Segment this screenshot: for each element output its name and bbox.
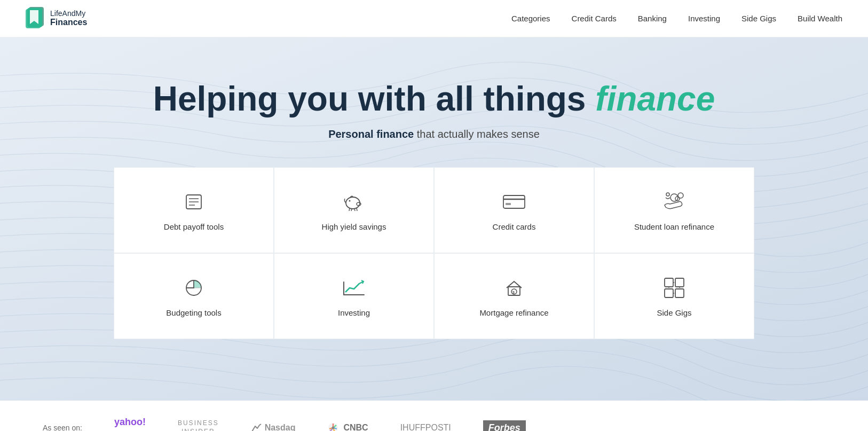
mortgage-icon: $ [501, 275, 527, 301]
nav-investing[interactable]: Investing [688, 14, 720, 23]
side-gigs-card[interactable]: Side Gigs [594, 253, 754, 339]
svg-line-14 [357, 208, 357, 211]
svg-rect-31 [675, 289, 684, 297]
hero-title: Helping you with all things finance [26, 80, 842, 117]
debt-payoff-label: Debt payoff tools [164, 222, 224, 231]
investing-card[interactable]: Investing [274, 253, 434, 339]
as-seen-on-section: As seen on: yahoo!finance BUSINESSINSIDE… [0, 401, 868, 431]
svg-rect-24 [343, 281, 344, 295]
nasdaq-logo: Nasdaq [251, 423, 296, 431]
budgeting-tools-label: Budgeting tools [166, 308, 221, 317]
student-loan-label: Student loan refinance [634, 222, 714, 231]
side-gigs-icon [661, 275, 687, 301]
credit-card-icon [501, 189, 527, 215]
forbes-logo: Forbes [483, 420, 526, 432]
hero-title-highlight: finance [595, 80, 715, 118]
student-loan-card[interactable]: Student loan refinance [594, 167, 754, 253]
side-gigs-label: Side Gigs [657, 308, 691, 317]
credit-cards-label: Credit cards [493, 222, 536, 231]
logo-link[interactable]: LifeAndMy Finances [26, 7, 87, 30]
list-icon [181, 189, 207, 215]
svg-rect-30 [665, 289, 673, 297]
logo-text: LifeAndMy Finances [50, 10, 87, 27]
debt-payoff-card[interactable]: Debt payoff tools [114, 167, 274, 253]
nav-build-wealth[interactable]: Build Wealth [798, 14, 842, 23]
investing-icon [341, 275, 367, 301]
hero-section: Helping you with all things finance Pers… [0, 37, 868, 401]
hero-subtitle: Personal finance that actually makes sen… [26, 128, 842, 140]
mortgage-refinance-label: Mortgage refinance [479, 308, 548, 317]
piggy-icon [341, 189, 367, 215]
hero-title-part1: Helping you with all things [153, 80, 595, 118]
nav-credit-cards[interactable]: Credit Cards [572, 14, 617, 23]
huffpost-logo: IHUFFPOSTI [400, 423, 451, 431]
cards-grid: Debt payoff tools [114, 167, 754, 339]
cnbc-logo: CNBC [327, 422, 368, 431]
svg-point-38 [332, 427, 335, 429]
nav-banking[interactable]: Banking [638, 14, 667, 23]
logo-icon [26, 7, 45, 30]
budgeting-tools-card[interactable]: Budgeting tools [114, 253, 274, 339]
nav-categories[interactable]: Categories [511, 14, 550, 23]
svg-text:$: $ [512, 291, 515, 295]
hero-subtitle-bold: Personal finance [328, 128, 414, 140]
svg-line-11 [349, 208, 350, 211]
svg-line-12 [351, 208, 352, 211]
logo-bottom: Finances [50, 18, 87, 27]
logo-top: LifeAndMy [50, 10, 87, 18]
mortgage-refinance-card[interactable]: $ Mortgage refinance [434, 253, 594, 339]
nav-links: Categories Credit Cards Banking Investin… [511, 14, 842, 23]
navigation: LifeAndMy Finances Categories Credit Car… [0, 0, 868, 37]
hero-subtitle-rest: that actually makes sense [414, 128, 540, 140]
svg-point-21 [666, 193, 669, 196]
svg-point-8 [349, 200, 351, 202]
hero-content: Helping you with all things finance Pers… [26, 80, 842, 339]
as-seen-label: As seen on: [43, 424, 82, 431]
credit-cards-card[interactable]: Credit cards [434, 167, 594, 253]
student-loan-icon [661, 189, 687, 215]
svg-point-9 [357, 202, 361, 206]
svg-point-18 [670, 194, 678, 201]
svg-rect-23 [343, 294, 365, 295]
svg-line-13 [354, 208, 355, 211]
business-insider-logo: BUSINESSINSIDER [178, 419, 219, 431]
svg-rect-17 [506, 203, 511, 205]
svg-rect-28 [665, 278, 673, 287]
high-yield-savings-card[interactable]: High yield savings [274, 167, 434, 253]
svg-rect-29 [675, 278, 684, 287]
nav-side-gigs[interactable]: Side Gigs [741, 14, 776, 23]
high-yield-savings-label: High yield savings [322, 222, 386, 231]
pie-chart-icon [181, 275, 207, 301]
yahoo-logo: yahoo!finance [114, 417, 146, 431]
investing-label: Investing [338, 308, 370, 317]
press-logos: yahoo!finance BUSINESSINSIDER Nasdaq [114, 417, 526, 431]
svg-rect-15 [503, 195, 525, 208]
